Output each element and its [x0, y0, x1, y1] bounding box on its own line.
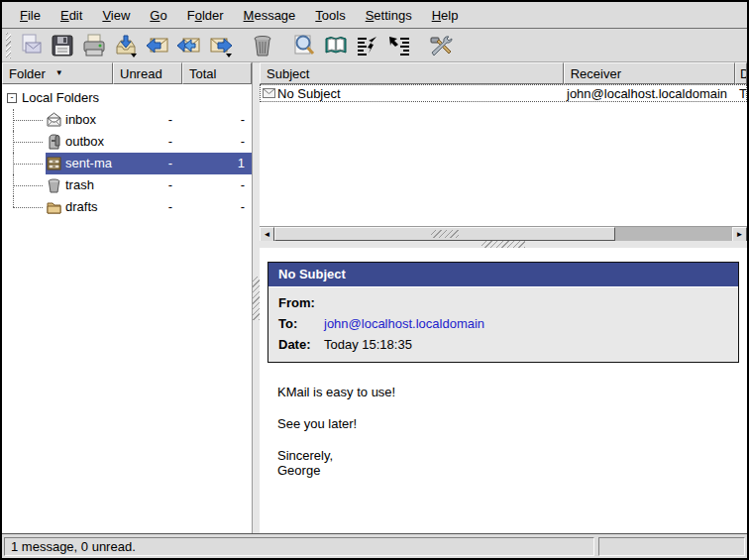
message-header-fields: From: To: john@localhost.localdomain Dat… [268, 286, 738, 362]
folder-item-outbox[interactable]: outbox - - [2, 131, 252, 153]
next-unread-icon [386, 33, 412, 58]
drafts-folder-icon [46, 199, 62, 218]
vertical-splitter[interactable] [253, 62, 260, 533]
folder-header-label: Folder [9, 66, 46, 81]
address-book-button[interactable] [322, 32, 350, 59]
date-label: Date: [278, 334, 324, 355]
menu-file[interactable]: File [10, 5, 51, 26]
reply-all-button[interactable] [175, 32, 203, 59]
next-unread-button[interactable] [385, 32, 413, 59]
splitter-grip-icon [482, 241, 525, 248]
message-row[interactable]: No Subject john@localhost.localdomain To… [260, 84, 747, 102]
scroll-right-arrow-icon[interactable]: ► [732, 227, 747, 242]
body-line: KMail is easy to use! [277, 385, 729, 399]
collapse-expander-icon[interactable]: - [7, 93, 17, 103]
date-column-header[interactable]: Date [735, 62, 747, 84]
save-button[interactable] [49, 32, 76, 59]
body-line: Sincerely, [277, 448, 729, 463]
root-folder-label: Local Folders [22, 90, 99, 105]
main-area: Folder ▼ Unread Total - Local Folders [2, 62, 747, 533]
folder-item-sent-mail[interactable]: sent-ma - 1 [2, 153, 252, 174]
from-value [324, 292, 728, 313]
tools-icon [428, 33, 454, 58]
body-line: George [277, 463, 729, 478]
horizontal-splitter[interactable] [260, 241, 747, 248]
thumb-grip-icon [431, 230, 459, 238]
scrollbar-track[interactable] [615, 227, 732, 241]
address-book-icon [323, 33, 349, 58]
message-preview-pane: No Subject From: To: john@localhost.loca… [260, 248, 747, 533]
reply-button[interactable] [144, 32, 171, 59]
folder-column-header[interactable]: Folder ▼ [2, 62, 113, 84]
reply-all-icon [176, 33, 202, 58]
trash-folder-icon [46, 177, 62, 196]
forward-button[interactable] [207, 32, 235, 59]
check-mail-button[interactable] [112, 32, 140, 59]
scroll-left-arrow-icon[interactable]: ◄ [260, 227, 274, 242]
message-body: KMail is easy to use! See you later! Sin… [268, 363, 739, 478]
date-value: Today 15:18:35 [324, 334, 728, 355]
new-message-button[interactable] [17, 32, 45, 59]
reply-icon [145, 33, 170, 58]
new-message-icon [18, 33, 44, 58]
previous-unread-button[interactable] [354, 32, 381, 59]
previous-unread-icon [355, 33, 380, 58]
menu-go[interactable]: Go [140, 5, 176, 26]
printer-icon [81, 33, 107, 58]
message-subject-title: No Subject [268, 263, 738, 286]
unread-column-header[interactable]: Unread [113, 62, 182, 84]
main-toolbar [2, 29, 747, 62]
splitter-grip-icon [253, 277, 260, 320]
body-line: See you later! [277, 416, 729, 431]
subject-column-header[interactable]: Subject [260, 62, 564, 84]
toolbar-grip[interactable] [6, 33, 11, 58]
to-label: To: [278, 313, 324, 334]
trash-icon [250, 33, 275, 58]
message-list-body: No Subject john@localhost.localdomain To… [260, 84, 747, 226]
message-list-header: Subject Receiver Date [260, 62, 747, 84]
status-text: 1 message, 0 unread. [11, 539, 136, 554]
folder-tree: - Local Folders inbox - - [2, 84, 252, 533]
to-address-link[interactable]: john@localhost.localdomain [324, 313, 728, 334]
from-label: From: [278, 292, 324, 313]
folder-item-trash[interactable]: trash - - [2, 174, 252, 196]
kmail-window: File Edit View Go Folder Message Tools S… [0, 0, 749, 560]
status-secondary-panel [598, 537, 745, 556]
find-messages-button[interactable] [290, 32, 318, 59]
menu-settings[interactable]: Settings [356, 5, 422, 26]
message-list-pane: Subject Receiver Date [260, 62, 747, 226]
receiver-column-header[interactable]: Receiver [564, 62, 735, 84]
menu-view[interactable]: View [92, 5, 140, 26]
print-button[interactable] [80, 32, 108, 59]
inbox-icon [46, 112, 62, 131]
status-message-panel: 1 message, 0 unread. [4, 537, 594, 556]
folder-item-drafts[interactable]: drafts - - [2, 196, 252, 218]
forward-icon [208, 33, 234, 58]
horizontal-scrollbar[interactable]: ◄ ► [260, 226, 747, 241]
floppy-disk-icon [50, 33, 75, 58]
menu-bar: File Edit View Go Folder Message Tools S… [2, 2, 747, 29]
menu-tools[interactable]: Tools [305, 5, 355, 26]
menu-edit[interactable]: Edit [51, 5, 92, 26]
folder-pane: Folder ▼ Unread Total - Local Folders [2, 62, 253, 533]
check-mail-icon [113, 33, 139, 58]
tree-root-local-folders[interactable]: - Local Folders [2, 87, 252, 109]
delete-button[interactable] [249, 32, 276, 59]
message-envelope-icon [263, 86, 275, 101]
folder-pane-header: Folder ▼ Unread Total [2, 62, 252, 84]
scrollbar-thumb[interactable] [274, 227, 615, 241]
status-bar: 1 message, 0 unread. [2, 533, 747, 558]
search-icon [291, 33, 317, 58]
sent-mail-drawer-icon [46, 156, 62, 174]
right-panes: Subject Receiver Date [260, 62, 747, 533]
menu-message[interactable]: Message [234, 5, 306, 26]
outbox-icon [46, 134, 62, 153]
menu-folder[interactable]: Folder [177, 5, 234, 26]
tools-button[interactable] [427, 32, 455, 59]
menu-help[interactable]: Help [422, 5, 469, 26]
message-header-block: No Subject From: To: john@localhost.loca… [268, 262, 739, 363]
folder-item-inbox[interactable]: inbox - - [2, 109, 252, 131]
total-column-header[interactable]: Total [182, 62, 252, 84]
sort-arrow-icon: ▼ [55, 69, 63, 77]
